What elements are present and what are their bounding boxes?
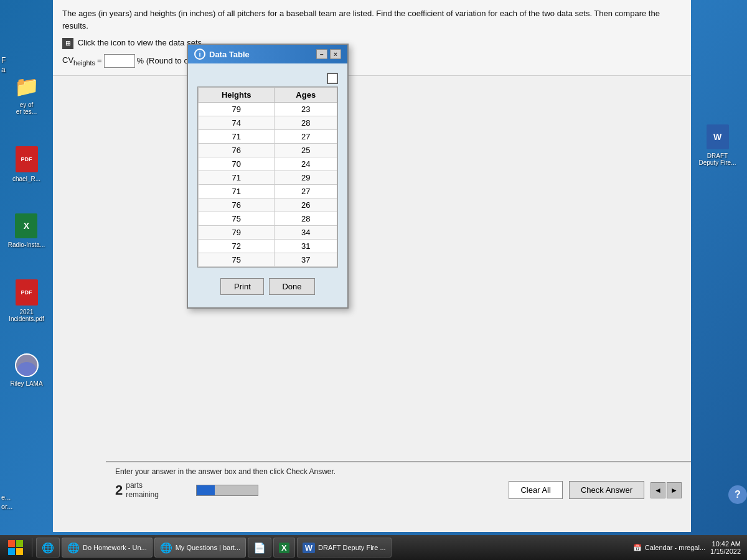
modal-body: Heights Ages 792374287127762570247129712… [188, 63, 347, 307]
data-table: Heights Ages 792374287127762570247129712… [198, 87, 337, 267]
cell-height: 75 [199, 212, 275, 226]
cell-age: 28 [275, 116, 337, 130]
svg-rect-2 [8, 548, 15, 555]
taskbar-questions[interactable]: 🌐 My Questions | bart... [154, 538, 246, 558]
taskbar-homework[interactable]: 🌐 Do Homework - Un... [62, 538, 153, 558]
col-ages: Ages [275, 88, 337, 103]
taskbar-excel-item[interactable]: X [273, 538, 295, 558]
modal-info-icon: i [194, 49, 205, 60]
data-table-modal: i Data Table − × Heights [187, 44, 349, 309]
cell-age: 27 [275, 185, 337, 198]
modal-title: Data Table [209, 50, 250, 59]
taskbar-right: 📅 Calendar - mregal... 10:42 AM 1/15/202… [633, 540, 744, 555]
cell-height: 70 [199, 157, 275, 171]
table-row: 7428 [199, 116, 337, 130]
taskbar: 🌐 🌐 Do Homework - Un... 🌐 My Questions |… [0, 535, 747, 560]
cell-height: 71 [199, 185, 275, 198]
svg-rect-1 [16, 540, 23, 547]
taskbar-word-label: DRAFT Deputy Fire ... [318, 544, 386, 551]
table-row: 7537 [199, 253, 337, 267]
table-row: 7625 [199, 144, 337, 157]
modal-close-btn[interactable]: × [330, 49, 341, 59]
cell-height: 75 [199, 253, 275, 267]
table-row: 7528 [199, 212, 337, 226]
table-row: 7129 [199, 171, 337, 185]
desktop: F a 📁 ey ofer tes... PDF chael_R... X Ra… [0, 0, 747, 560]
svg-rect-0 [8, 540, 15, 547]
taskbar-date: 1/15/2022 [710, 548, 741, 555]
taskbar-file[interactable]: 📄 [248, 538, 271, 558]
print-button[interactable]: Print [220, 278, 264, 295]
taskbar-excel-icon: X [279, 543, 289, 553]
taskbar-homework-icon: 🌐 [67, 542, 80, 554]
taskbar-calendar-label: Calendar - mregal... [645, 544, 705, 551]
cell-age: 25 [275, 144, 337, 157]
modal-titlebar-left: i Data Table [194, 49, 250, 60]
cell-height: 72 [199, 240, 275, 253]
done-button[interactable]: Done [269, 278, 314, 295]
cell-height: 76 [199, 144, 275, 157]
taskbar-questions-icon: 🌐 [160, 542, 172, 554]
taskbar-sys-icons: 📅 Calendar - mregal... [633, 544, 705, 552]
modal-maximize-icon[interactable] [327, 73, 338, 84]
cell-height: 79 [199, 226, 275, 240]
cell-age: 28 [275, 212, 337, 226]
modal-resize-area [197, 73, 338, 84]
taskbar-questions-label: My Questions | bart... [176, 544, 240, 551]
table-row: 7626 [199, 198, 337, 212]
taskbar-clock: 10:42 AM 1/15/2022 [710, 540, 741, 555]
taskbar-ie-icon1[interactable]: 🌐 [36, 538, 60, 558]
cell-age: 24 [275, 157, 337, 171]
cell-height: 74 [199, 116, 275, 130]
modal-titlebar: i Data Table − × [188, 45, 347, 63]
table-row: 7024 [199, 157, 337, 171]
taskbar-word-icon: W [303, 543, 315, 553]
table-row: 7127 [199, 185, 337, 198]
cell-age: 23 [275, 103, 337, 116]
cell-height: 79 [199, 103, 275, 116]
modal-footer: Print Done [197, 275, 338, 298]
cell-height: 76 [199, 198, 275, 212]
taskbar-calendar-icon: 📅 [633, 544, 642, 552]
col-heights: Heights [199, 88, 275, 103]
taskbar-browser-icon: 🌐 [42, 542, 54, 554]
cell-height: 71 [199, 171, 275, 185]
table-row: 7127 [199, 130, 337, 144]
table-row: 7923 [199, 103, 337, 116]
table-row: 7934 [199, 226, 337, 240]
modal-minimize-btn[interactable]: − [316, 49, 327, 59]
taskbar-divider [32, 538, 32, 557]
taskbar-start[interactable] [3, 538, 28, 558]
taskbar-time: 10:42 AM [710, 540, 741, 548]
modal-controls[interactable]: − × [316, 49, 341, 59]
cell-height: 71 [199, 130, 275, 144]
cell-age: 26 [275, 198, 337, 212]
data-table-container: Heights Ages 792374287127762570247129712… [197, 86, 338, 268]
cell-age: 34 [275, 226, 337, 240]
taskbar-homework-label: Do Homework - Un... [83, 544, 147, 551]
svg-rect-3 [16, 548, 23, 555]
taskbar-file-icon: 📄 [253, 542, 266, 554]
table-row: 7231 [199, 240, 337, 253]
cell-age: 37 [275, 253, 337, 267]
windows-logo-icon [7, 539, 24, 556]
modal-overlay: i Data Table − × Heights [0, 0, 747, 560]
cell-age: 29 [275, 171, 337, 185]
cell-age: 27 [275, 130, 337, 144]
taskbar-word[interactable]: W DRAFT Deputy Fire ... [297, 538, 392, 558]
cell-age: 31 [275, 240, 337, 253]
